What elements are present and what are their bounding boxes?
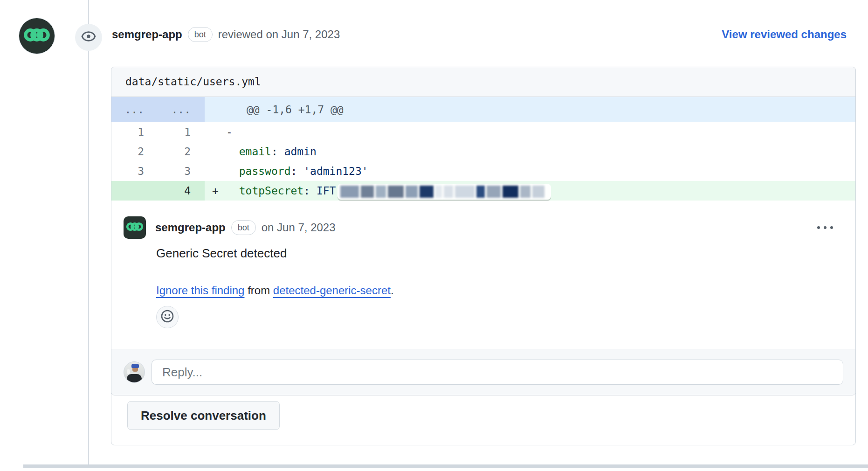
comment-author-avatar[interactable] — [124, 216, 146, 239]
diff-table: ... ... @@ -1,6 +1,7 @@ 11-22 email: adm… — [111, 97, 855, 201]
code-text: password: 'admin123' — [226, 161, 855, 181]
diff-line-added[interactable]: 4+ totpSecret: IFT — [111, 181, 855, 201]
hunk-old-gutter: ... — [111, 97, 158, 122]
diff-hunk-row: ... ... @@ -1,6 +1,7 @@ — [111, 97, 855, 122]
resolve-conversation-button[interactable]: Resolve conversation — [127, 401, 280, 430]
rule-link[interactable]: detected-generic-secret — [273, 284, 391, 297]
file-path-header[interactable]: data/static/users.yml — [111, 67, 855, 97]
add-reaction-button[interactable] — [156, 306, 179, 328]
diff-marker — [205, 161, 226, 181]
thread-card: data/static/users.yml ... ... @@ -1,6 +1… — [111, 67, 856, 445]
diff-line-context[interactable]: 11- — [111, 122, 855, 142]
current-user-avatar[interactable] — [124, 361, 145, 383]
old-line-number — [111, 181, 158, 201]
semgrep-logo-icon — [23, 21, 50, 50]
view-reviewed-changes-link[interactable]: View reviewed changes — [722, 28, 847, 41]
hunk-header-text: @@ -1,6 +1,7 @@ — [226, 97, 855, 122]
ignore-finding-link[interactable]: Ignore this finding — [156, 284, 244, 297]
review-event-badge — [75, 24, 102, 51]
bot-badge: bot — [231, 220, 256, 235]
diff-line-context[interactable]: 22 email: admin — [111, 142, 855, 161]
from-text: from — [244, 284, 273, 297]
reply-section — [111, 349, 855, 395]
new-line-number: 4 — [158, 181, 205, 201]
comment-meta: semgrep-app bot on Jun 7, 2023 — [155, 220, 336, 235]
eye-icon — [81, 28, 96, 46]
code-text: email: admin — [226, 142, 855, 161]
timeline-line — [88, 0, 89, 465]
kebab-menu-icon[interactable] — [812, 222, 839, 234]
section-divider — [23, 464, 868, 468]
diff-lines: 11-22 email: admin33 password: 'admin123… — [111, 122, 855, 201]
diff-marker: + — [205, 181, 226, 201]
diff-marker — [205, 122, 226, 142]
bot-badge: bot — [188, 27, 213, 42]
pr-review-thread: semgrep-app bot reviewed on Jun 7, 2023 … — [0, 0, 868, 471]
resolve-area: Resolve conversation — [111, 395, 855, 445]
old-line-number: 3 — [111, 161, 158, 181]
new-line-number: 1 — [158, 122, 205, 142]
old-line-number: 2 — [111, 142, 158, 161]
review-comment: semgrep-app bot on Jun 7, 2023 Generic S… — [111, 201, 855, 349]
new-line-number: 3 — [158, 161, 205, 181]
diff-marker — [205, 142, 226, 161]
review-header: semgrep-app bot reviewed on Jun 7, 2023 … — [112, 27, 847, 42]
comment-date[interactable]: on Jun 7, 2023 — [262, 221, 336, 234]
semgrep-logo-icon — [126, 218, 144, 237]
diff-line-context[interactable]: 33 password: 'admin123' — [111, 161, 855, 181]
smiley-icon — [160, 309, 174, 325]
comment-body-text: Generic Secret detected — [156, 245, 839, 261]
period-text: . — [391, 284, 394, 297]
redacted-secret — [338, 184, 551, 200]
review-action-text: reviewed on Jun 7, 2023 — [218, 28, 340, 41]
reviewer-avatar[interactable] — [19, 18, 55, 54]
reviewer-name[interactable]: semgrep-app — [112, 28, 182, 41]
diff-comment-unit: data/static/users.yml ... ... @@ -1,6 +1… — [111, 67, 856, 395]
comment-author-name[interactable]: semgrep-app — [155, 221, 226, 234]
code-text: - — [226, 122, 855, 142]
hunk-marker-cell — [205, 97, 226, 122]
new-line-number: 2 — [158, 142, 205, 161]
code-text: totpSecret: IFT — [226, 181, 855, 201]
review-header-text: semgrep-app bot reviewed on Jun 7, 2023 — [112, 27, 722, 42]
comment-header: semgrep-app bot on Jun 7, 2023 — [124, 216, 839, 239]
old-line-number: 1 — [111, 122, 158, 142]
reply-input[interactable] — [152, 360, 843, 385]
finding-actions-line: Ignore this finding from detected-generi… — [156, 283, 839, 298]
hunk-new-gutter: ... — [158, 97, 205, 122]
